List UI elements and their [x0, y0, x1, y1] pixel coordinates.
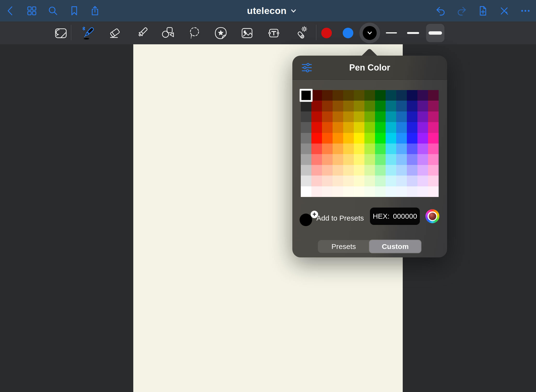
color-grid-swatch[interactable]: [396, 111, 407, 122]
color-grid-swatch[interactable]: [364, 122, 375, 133]
color-grid-swatch[interactable]: [396, 133, 407, 144]
page-flip-mode-icon[interactable]: [53, 25, 69, 41]
color-grid-swatch[interactable]: [322, 176, 333, 186]
color-grid-swatch[interactable]: [417, 186, 428, 197]
tab-presets[interactable]: Presets: [318, 240, 369, 253]
color-grid-swatch[interactable]: [311, 154, 322, 165]
color-grid-swatch[interactable]: [396, 154, 407, 165]
color-grid-swatch[interactable]: [343, 186, 354, 197]
color-grid-swatch[interactable]: [322, 133, 333, 144]
color-grid-swatch[interactable]: [311, 101, 322, 111]
color-grid-swatch[interactable]: [407, 154, 417, 165]
lasso-tool-icon[interactable]: [186, 25, 203, 41]
color-grid-swatch[interactable]: [364, 165, 375, 176]
color-grid-swatch[interactable]: [311, 122, 322, 133]
color-grid-swatch[interactable]: [396, 122, 407, 133]
color-grid-swatch[interactable]: [311, 111, 322, 122]
color-grid-swatch[interactable]: [386, 101, 396, 111]
color-grid-swatch[interactable]: [386, 133, 396, 144]
color-grid-swatch[interactable]: [311, 133, 322, 144]
color-grid-swatch[interactable]: [417, 122, 428, 133]
color-grid-swatch[interactable]: [364, 111, 375, 122]
color-grid-swatch[interactable]: [407, 165, 417, 176]
color-grid-swatch[interactable]: [322, 154, 333, 165]
color-grid-swatch[interactable]: [417, 154, 428, 165]
color-grid-swatch[interactable]: [407, 101, 417, 111]
color-grid-swatch[interactable]: [354, 165, 364, 176]
color-grid-swatch[interactable]: [396, 144, 407, 154]
color-grid-swatch[interactable]: [364, 101, 375, 111]
color-grid-swatch[interactable]: [322, 144, 333, 154]
color-grid-swatch[interactable]: [343, 165, 354, 176]
color-grid-swatch[interactable]: [301, 154, 311, 165]
stroke-size-medium[interactable]: [404, 24, 422, 42]
color-grid-swatch[interactable]: [322, 165, 333, 176]
color-grid-swatch[interactable]: [417, 133, 428, 144]
color-grid-swatch[interactable]: [354, 122, 364, 133]
color-grid-swatch[interactable]: [333, 90, 343, 101]
color-grid-swatch[interactable]: [322, 90, 333, 101]
color-grid-swatch[interactable]: [322, 186, 333, 197]
color-grid-swatch[interactable]: [407, 133, 417, 144]
add-page-icon[interactable]: [477, 5, 489, 17]
color-grid-swatch[interactable]: [375, 111, 386, 122]
highlighter-tool-icon[interactable]: [134, 25, 150, 41]
color-grid-swatch[interactable]: [354, 186, 364, 197]
more-options-icon[interactable]: [519, 5, 532, 17]
color-swatch-red[interactable]: [321, 28, 332, 38]
color-swatch-black-selected[interactable]: [359, 23, 380, 43]
color-grid-swatch[interactable]: [322, 101, 333, 111]
color-grid-swatch[interactable]: [386, 122, 396, 133]
color-grid-swatch[interactable]: [301, 176, 311, 186]
color-grid-swatch[interactable]: [417, 144, 428, 154]
color-grid-swatch[interactable]: [428, 111, 439, 122]
color-grid-swatch[interactable]: [375, 133, 386, 144]
color-grid-swatch[interactable]: [301, 122, 311, 133]
stroke-size-thin[interactable]: [382, 24, 401, 42]
pen-options-icon[interactable]: [301, 62, 313, 73]
color-grid-swatch[interactable]: [396, 176, 407, 186]
color-grid-swatch[interactable]: [364, 176, 375, 186]
color-grid-swatch[interactable]: [364, 144, 375, 154]
color-grid-swatch[interactable]: [396, 90, 407, 101]
color-grid-swatch[interactable]: [322, 122, 333, 133]
stroke-size-thick-selected[interactable]: [426, 24, 444, 42]
color-grid-swatch[interactable]: [396, 101, 407, 111]
color-grid-swatch[interactable]: [396, 186, 407, 197]
color-grid-swatch[interactable]: [333, 165, 343, 176]
color-grid-swatch[interactable]: [301, 111, 311, 122]
color-grid-swatch[interactable]: [343, 101, 354, 111]
color-grid-swatch[interactable]: [301, 133, 311, 144]
add-to-presets-label[interactable]: Add to Presets: [316, 211, 364, 226]
share-icon[interactable]: [89, 5, 101, 17]
color-grid-swatch[interactable]: [417, 165, 428, 176]
color-grid-swatch[interactable]: [354, 154, 364, 165]
color-grid-swatch[interactable]: [301, 186, 311, 197]
image-tool-icon[interactable]: [239, 25, 255, 41]
pen-tool-icon[interactable]: [80, 25, 96, 41]
color-grid-swatch[interactable]: [428, 122, 439, 133]
color-grid-swatch[interactable]: [354, 133, 364, 144]
eraser-tool-icon[interactable]: [107, 25, 123, 41]
color-grid-swatch[interactable]: [333, 101, 343, 111]
color-grid-swatch[interactable]: [417, 176, 428, 186]
color-grid-swatch[interactable]: [364, 133, 375, 144]
tab-custom[interactable]: Custom: [369, 240, 421, 253]
color-grid-swatch[interactable]: [428, 154, 439, 165]
color-grid-swatch[interactable]: [364, 186, 375, 197]
color-grid-swatch[interactable]: [407, 122, 417, 133]
color-grid-swatch[interactable]: [301, 144, 311, 154]
color-grid-swatch[interactable]: [428, 186, 439, 197]
color-grid-swatch[interactable]: [386, 165, 396, 176]
pen-toggle-icon[interactable]: [498, 5, 510, 17]
color-grid-swatch[interactable]: [333, 144, 343, 154]
color-grid-swatch[interactable]: [386, 90, 396, 101]
color-grid-swatch[interactable]: [428, 165, 439, 176]
color-grid-swatch[interactable]: [322, 111, 333, 122]
color-grid-swatch[interactable]: [375, 122, 386, 133]
color-grid-swatch[interactable]: [428, 101, 439, 111]
color-grid-swatch[interactable]: [386, 111, 396, 122]
color-grid-swatch[interactable]: [428, 90, 439, 101]
color-grid-swatch[interactable]: [407, 144, 417, 154]
bookmark-icon[interactable]: [68, 5, 80, 17]
